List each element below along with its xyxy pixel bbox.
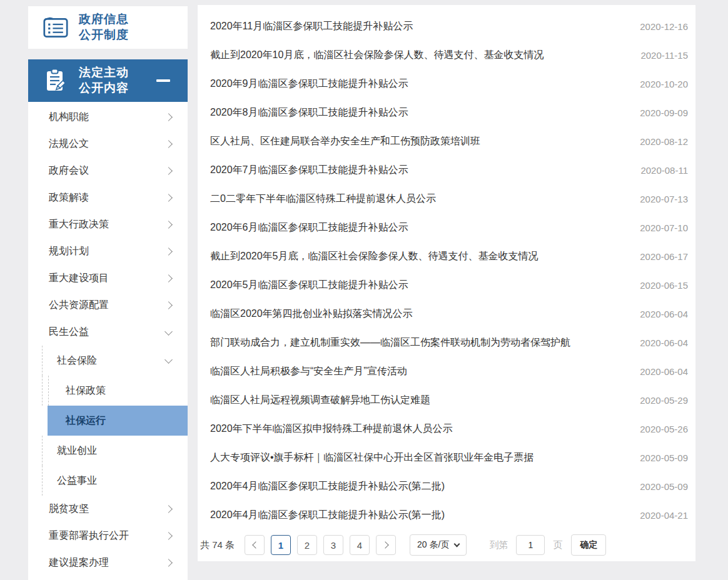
news-title-link[interactable]: 2020年4月临淄区参保职工技能提升补贴公示(第一批)	[210, 509, 625, 522]
sidebar-menu-item[interactable]: 社会保险	[28, 346, 188, 376]
news-title-link[interactable]: 2020年7月临淄区参保职工技能提升补贴公示	[210, 164, 625, 177]
sidebar-menu-item[interactable]: 机构职能	[28, 104, 188, 131]
next-page-button[interactable]	[376, 535, 396, 555]
news-row[interactable]: 人大专项评议•旗手标杆｜临淄区社保中心开出全区首张职业年金电子票据 2020-0…	[210, 443, 688, 472]
news-row[interactable]: 区人社局、区住建局联合举办安全生产和工伤预防政策培训班 2020-08-12	[210, 127, 688, 156]
news-title-link[interactable]: 临淄区人社局积极参与“安全生产月”宣传活动	[210, 365, 625, 378]
news-title-link[interactable]: 区人社局、区住建局联合举办安全生产和工伤预防政策培训班	[210, 135, 625, 148]
news-row[interactable]: 2020年下半年临淄区拟申报特殊工种提前退休人员公示 2020-05-26	[210, 414, 688, 443]
news-date: 2020-07-13	[625, 194, 688, 204]
page-number-button[interactable]: 1	[271, 535, 291, 555]
document-lines-icon	[42, 14, 69, 41]
minus-collapse-icon[interactable]	[156, 79, 170, 82]
news-date: 2020-04-21	[625, 510, 688, 521]
news-date: 2020-05-09	[625, 452, 688, 463]
sidebar: 政府信息 公开制度 法定主动 公	[28, 6, 188, 580]
sidebar-menu-item[interactable]: 规划计划	[28, 238, 188, 265]
news-date: 2020-09-09	[625, 108, 688, 118]
menu-item-label: 重大建设项目	[49, 272, 109, 285]
sidebar-menu-item[interactable]: 就业创业	[28, 436, 188, 466]
info-box-title-line1: 政府信息	[79, 12, 129, 28]
news-title-link[interactable]: 2020年8月临淄区参保职工技能提升补贴公示	[210, 106, 625, 119]
news-title-link[interactable]: 二0二零年下半年临淄区特殊工种提前退休人员公示	[210, 192, 625, 206]
menu-item-label: 政策解读	[49, 191, 89, 204]
news-date: 2020-06-04	[625, 338, 688, 348]
news-row[interactable]: 二0二零年下半年临淄区特殊工种提前退休人员公示 2020-07-13	[210, 184, 688, 213]
sidebar-section-active[interactable]: 法定主动 公开内容	[28, 59, 188, 102]
sidebar-menu-item[interactable]: 脱贫攻坚	[28, 496, 188, 522]
chevron-down-icon	[454, 541, 460, 548]
news-title-link[interactable]: 2020年6月临淄区参保职工技能提升补贴公示	[210, 221, 625, 234]
news-row[interactable]: 2020年7月临淄区参保职工技能提升补贴公示 2020-08-11	[210, 156, 688, 184]
news-row[interactable]: 2020年9月临淄区参保职工技能提升补贴公示 2020-10-20	[210, 69, 688, 98]
news-row[interactable]: 截止到2020年5月底，临淄区社会保险参保人数、待遇支付、基金收支情况 2020…	[210, 242, 688, 271]
news-row[interactable]: 2020年11月临淄区参保职工技能提升补贴公示 2020-12-16	[210, 12, 688, 41]
active-box-title-line1: 法定主动	[79, 65, 129, 81]
news-row[interactable]: 临淄区人社局积极参与“安全生产月”宣传活动 2020-06-04	[210, 357, 688, 386]
news-row[interactable]: 2020年6月临淄区参保职工技能提升补贴公示 2020-07-10	[210, 213, 688, 242]
news-title-link[interactable]: 人大专项评议•旗手标杆｜临淄区社保中心开出全区首张职业年金电子票据	[210, 451, 625, 464]
news-date: 2020-11-15	[625, 50, 688, 61]
menu-item-label: 公共资源配置	[49, 299, 109, 312]
news-row[interactable]: 临淄区人社局远程视频调查破解异地工伤认定难题 2020-05-29	[210, 386, 688, 414]
sidebar-menu-item[interactable]: 民生公益	[28, 319, 188, 346]
chevron-icon	[164, 328, 173, 336]
sidebar-menu-item[interactable]: 政府会议	[28, 158, 188, 184]
news-date: 2020-07-10	[625, 222, 688, 233]
news-title-link[interactable]: 截止到2020年10月底，临淄区社会保险参保人数、待遇支付、基金收支情况	[210, 49, 625, 62]
news-date: 2020-10-20	[625, 79, 688, 89]
chevron-icon	[164, 113, 173, 121]
sidebar-menu-item[interactable]: 法规公文	[28, 131, 188, 158]
page-size-select[interactable]: 20 条/页	[410, 534, 467, 556]
news-title-link[interactable]: 2020年9月临淄区参保职工技能提升补贴公示	[210, 78, 625, 91]
news-row[interactable]: 2020年5月临淄区参保职工技能提升补贴公示 2020-06-15	[210, 271, 688, 299]
sidebar-menu-item[interactable]: 公益事业	[28, 466, 188, 496]
sidebar-menu-item[interactable]: 社保运行	[48, 406, 188, 436]
sidebar-menu-item[interactable]: 政策解读	[28, 184, 188, 211]
sidebar-section-info[interactable]: 政府信息 公开制度	[28, 6, 188, 49]
menu-item-label: 规划计划	[49, 245, 89, 258]
chevron-right-icon	[382, 541, 388, 548]
news-title-link[interactable]: 部门联动成合力，建立机制重实效——临淄区工伤案件联动机制为劳动者保驾护航	[210, 336, 625, 349]
menu-item-label: 重大行政决策	[49, 218, 109, 231]
news-row[interactable]: 2020年4月临淄区参保职工技能提升补贴公示(第二批) 2020-05-09	[210, 472, 688, 501]
news-title-link[interactable]: 临淄区2020年第四批创业补贴拟落实情况公示	[210, 308, 625, 321]
news-row[interactable]: 部门联动成合力，建立机制重实效——临淄区工伤案件联动机制为劳动者保驾护航 202…	[210, 328, 688, 357]
news-title-link[interactable]: 截止到2020年5月底，临淄区社会保险参保人数、待遇支付、基金收支情况	[210, 250, 625, 263]
goto-page-input[interactable]	[516, 535, 545, 555]
news-row[interactable]: 2020年4月临淄区参保职工技能提升补贴公示(第一批) 2020-04-21	[210, 501, 688, 529]
page-number-button[interactable]: 3	[323, 535, 343, 555]
news-row[interactable]: 临淄区2020年第四批创业补贴拟落实情况公示 2020-06-04	[210, 299, 688, 328]
news-title-link[interactable]: 2020年11月临淄区参保职工技能提升补贴公示	[210, 20, 625, 33]
menu-item-label: 社保政策	[66, 384, 106, 398]
news-title-link[interactable]: 2020年5月临淄区参保职工技能提升补贴公示	[210, 279, 625, 292]
clipboard-pencil-icon	[42, 67, 69, 94]
menu-item-label: 公益事业	[57, 474, 97, 488]
chevron-icon	[164, 194, 173, 202]
news-title-link[interactable]: 2020年4月临淄区参保职工技能提升补贴公示(第二批)	[210, 480, 625, 493]
menu-item-label: 社会保险	[57, 354, 97, 368]
sidebar-menu-item[interactable]: 建议提案办理	[28, 549, 188, 576]
news-row[interactable]: 截止到2020年10月底，临淄区社会保险参保人数、待遇支付、基金收支情况 202…	[210, 41, 688, 69]
sidebar-menu-item[interactable]: 重大行政决策	[28, 211, 188, 238]
menu-item-label: 机构职能	[49, 111, 89, 124]
prev-page-button[interactable]	[245, 535, 265, 555]
sidebar-menu-item[interactable]: 社保政策	[28, 376, 188, 406]
news-date: 2020-05-09	[625, 481, 688, 492]
chevron-icon	[164, 301, 173, 309]
news-title-link[interactable]: 2020年下半年临淄区拟申报特殊工种提前退休人员公示	[210, 422, 625, 436]
menu-item-label: 政府会议	[49, 164, 89, 178]
news-date: 2020-06-15	[625, 280, 688, 291]
content-panel: 2020年11月临淄区参保职工技能提升补贴公示 2020-12-16 截止到20…	[198, 5, 695, 561]
sidebar-menu-item[interactable]: 公共资源配置	[28, 292, 188, 319]
confirm-button[interactable]: 确定	[571, 534, 606, 556]
news-title-link[interactable]: 临淄区人社局远程视频调查破解异地工伤认定难题	[210, 394, 625, 407]
news-row[interactable]: 2020年8月临淄区参保职工技能提升补贴公示 2020-09-09	[210, 98, 688, 127]
sidebar-menu-item[interactable]: 重大建设项目	[28, 265, 188, 292]
sidebar-menu-item[interactable]: 重要部署执行公开	[28, 522, 188, 549]
active-box-title: 法定主动 公开内容	[79, 65, 129, 96]
page-number-button[interactable]: 4	[350, 535, 370, 555]
chevron-icon	[164, 140, 173, 148]
sidebar-menu: 机构职能 法规公文 政府会议 政策解读 重大行政决策 规划计划	[28, 102, 188, 580]
page-number-button[interactable]: 2	[297, 535, 317, 555]
